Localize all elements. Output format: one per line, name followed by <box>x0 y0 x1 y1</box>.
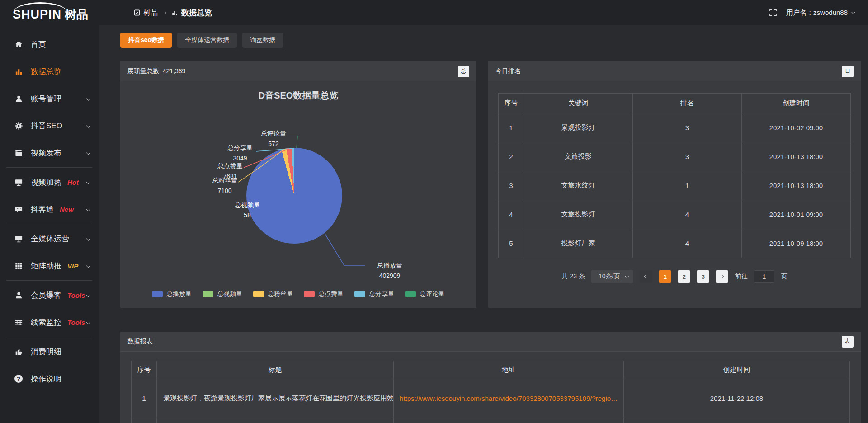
col-no: 序号 <box>499 94 524 113</box>
breadcrumb-root[interactable]: 树品 <box>134 8 158 18</box>
ranking-panel-header: 今日排名 日 <box>488 61 861 81</box>
table-row[interactable]: 3 文旅水纹灯 1 2021-10-13 18:00 <box>499 171 851 200</box>
table-header-row: 序号 标题 地址 创建时间 <box>132 361 850 379</box>
video-link[interactable]: https://www.iesdouyin.com/share/video/70… <box>400 395 618 402</box>
chart-panel-header: 展现量总数: 421,369 总 <box>120 61 476 81</box>
col-created: 创建时间 <box>742 94 851 113</box>
sidebar-item-home[interactable]: 首页 <box>0 31 99 58</box>
table-row[interactable]: 5 投影灯厂家 4 2021-10-09 18:00 <box>499 229 851 258</box>
legend-swatch <box>253 291 264 297</box>
sidebar-divider <box>6 224 92 224</box>
report-table-wrap: 序号 标题 地址 创建时间 1 景观投影灯，夜游景观投影灯厂家展示展示落花灯在花… <box>120 352 861 423</box>
data-report-panel: 数据报表 表 序号 标题 地址 创建时间 <box>120 332 861 423</box>
tools-badge: Tools <box>67 319 85 326</box>
col-no: 序号 <box>132 361 157 379</box>
chevron-down-icon <box>86 179 90 184</box>
pie-label-fans: 总粉丝量 7100 <box>205 175 244 196</box>
goto-page-input[interactable] <box>754 270 774 283</box>
bar-chart-icon <box>171 9 178 16</box>
sliders-icon <box>14 318 24 327</box>
next-page-button[interactable] <box>716 270 728 283</box>
sidebar-item-account[interactable]: 账号管理 <box>0 85 99 112</box>
sidebar-divider <box>6 280 92 281</box>
user-menu[interactable]: 用户名：zswodun88 <box>786 9 854 17</box>
sidebar-item-douyin-seo[interactable]: 抖音SEO <box>0 112 99 139</box>
sidebar-item-lead-monitor[interactable]: 线索监控 Tools <box>0 309 99 336</box>
page-button-3[interactable]: 3 <box>697 270 709 283</box>
table-row[interactable]: 4 文旅投影灯 4 2021-10-01 09:00 <box>499 200 851 229</box>
total-toggle-button[interactable]: 总 <box>458 66 469 77</box>
monitor-icon <box>14 178 24 187</box>
sidebar-item-member-baoke[interactable]: 会员爆客 Tools <box>0 282 99 309</box>
tab-inquiry-data[interactable]: 询盘数据 <box>242 33 283 48</box>
chevron-down-icon <box>851 10 855 14</box>
page-size-select[interactable]: 10条/页 <box>591 270 633 283</box>
report-title: 数据报表 <box>127 338 153 346</box>
logo-arc-icon <box>14 2 67 12</box>
table-row[interactable] <box>132 418 850 423</box>
sidebar-item-doketong[interactable]: 抖客通 New <box>0 196 99 223</box>
question-circle-icon: ? <box>14 374 24 383</box>
sidebar-item-matrix-boost[interactable]: 矩阵助推 VIP <box>0 252 99 279</box>
report-panel-header: 数据报表 表 <box>120 332 861 352</box>
sidebar-item-video-heating[interactable]: 视频加热 Hot <box>0 169 99 196</box>
legend-swatch <box>405 291 416 297</box>
tools-badge: Tools <box>67 291 85 299</box>
chevron-down-icon <box>86 320 90 324</box>
page-button-1[interactable]: 1 <box>659 270 671 283</box>
chart-title: D音SEO数据量总览 <box>120 89 476 102</box>
col-rank: 排名 <box>633 94 742 113</box>
legend-swatch <box>354 291 365 297</box>
sidebar-divider <box>6 167 92 168</box>
legend-swatch <box>203 291 213 297</box>
table-toggle-button[interactable]: 表 <box>842 336 854 348</box>
breadcrumb-current[interactable]: 数据总览 <box>171 8 212 18</box>
chevron-down-icon <box>86 96 90 100</box>
table-row[interactable]: 2 文旅投影 3 2021-10-13 18:00 <box>499 142 851 171</box>
sidebar-item-data-overview[interactable]: 数据总览 <box>0 58 99 85</box>
ranking-table-wrap: 序号 关键词 排名 创建时间 1 景观投影灯 3 2021-10 <box>488 81 861 308</box>
col-created: 创建时间 <box>623 361 849 379</box>
fullscreen-icon[interactable] <box>769 9 777 17</box>
total-count-label: 共 23 条 <box>562 273 585 281</box>
legend-item-share[interactable]: 总分享量 <box>354 290 394 298</box>
grid-icon <box>14 261 24 270</box>
pie-label-comments: 总评论量 572 <box>254 128 293 149</box>
sidebar-item-instructions[interactable]: ? 操作说明 <box>0 365 99 392</box>
table-row[interactable]: 1 景观投影灯，夜游景观投影灯厂家展示展示落花灯在花园里的灯光投影应用效果 # … <box>132 379 850 418</box>
thumb-up-icon <box>14 347 24 356</box>
bar-chart-icon <box>14 67 24 76</box>
data-source-tabs: 抖音seo数据 全媒体运营数据 询盘数据 <box>120 33 861 48</box>
legend-item-comments[interactable]: 总评论量 <box>405 290 445 298</box>
sidebar-item-spend-detail[interactable]: 消费明细 <box>0 338 99 365</box>
breadcrumb-separator-icon <box>163 11 166 14</box>
legend-item-fans[interactable]: 总粉丝量 <box>253 290 293 298</box>
ranking-table: 序号 关键词 排名 创建时间 1 景观投影灯 3 2021-10 <box>498 93 851 258</box>
topbar-right: 用户名：zswodun88 <box>769 9 868 17</box>
col-title: 标题 <box>157 361 394 379</box>
sidebar-item-omnimedia[interactable]: 全媒体运营 <box>0 225 99 252</box>
impressions-total-label: 展现量总数: 421,369 <box>127 67 185 75</box>
day-toggle-button[interactable]: 日 <box>842 66 854 77</box>
monitor-icon <box>14 234 24 243</box>
page-button-2[interactable]: 2 <box>678 270 690 283</box>
app-logo[interactable]: SHUPIN 树品 <box>0 0 99 25</box>
prev-page-button[interactable] <box>640 270 652 283</box>
home-icon <box>14 40 24 49</box>
chevron-down-icon <box>86 207 90 211</box>
legend-item-plays[interactable]: 总播放量 <box>152 290 192 298</box>
chevron-down-icon <box>86 292 90 297</box>
tab-douyin-seo-data[interactable]: 抖音seo数据 <box>120 33 172 48</box>
tab-omnimedia-data[interactable]: 全媒体运营数据 <box>177 33 237 48</box>
pie-graphic[interactable] <box>246 148 342 244</box>
legend-item-likes[interactable]: 总点赞量 <box>304 290 344 298</box>
hot-badge: Hot <box>67 179 79 186</box>
sidebar-item-video-publish[interactable]: 视频发布 <box>0 139 99 166</box>
legend-item-videos[interactable]: 总视频量 <box>203 290 242 298</box>
table-row[interactable]: 1 景观投影灯 3 2021-10-02 09:00 <box>499 113 851 142</box>
chevron-down-icon <box>86 150 90 155</box>
ranking-title: 今日排名 <box>495 67 521 75</box>
chevron-left-icon <box>644 275 648 278</box>
pie-label-videos: 总视频量 58 <box>228 200 267 221</box>
report-table: 序号 标题 地址 创建时间 1 景观投影灯，夜游景观投影灯厂家展示展示落花灯在花… <box>131 361 850 423</box>
